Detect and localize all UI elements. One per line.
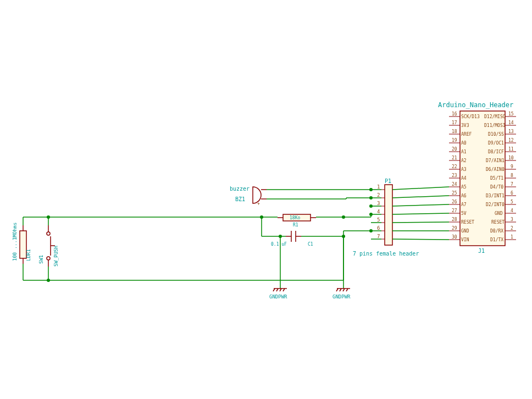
svg-text:6: 6 xyxy=(377,225,380,231)
arduino-ref: J1 xyxy=(478,248,485,254)
svg-text:D2/INT0: D2/INT0 xyxy=(486,202,505,207)
switch-ref: SW1 xyxy=(38,255,44,264)
svg-point-65 xyxy=(369,213,373,216)
svg-text:RESET: RESET xyxy=(461,220,474,225)
svg-text:18: 18 xyxy=(452,129,457,134)
switch-component: SW1 SW_PUSH xyxy=(38,225,59,267)
resistor-component: 18Ko R1 xyxy=(278,214,316,228)
svg-point-4 xyxy=(47,257,50,260)
svg-text:7: 7 xyxy=(377,234,380,239)
arduino-title: Arduino_Nano_Header xyxy=(438,101,513,109)
svg-text:D9/OC1: D9/OC1 xyxy=(488,141,504,146)
resistor-ref: R1 xyxy=(293,223,298,228)
svg-text:D1/TX: D1/TX xyxy=(490,237,503,242)
svg-text:D10/SS: D10/SS xyxy=(488,132,504,137)
svg-text:D3/INT1: D3/INT1 xyxy=(486,193,505,198)
svg-text:5: 5 xyxy=(511,199,513,204)
svg-text:VIN: VIN xyxy=(461,237,469,242)
svg-rect-41 xyxy=(385,185,392,245)
svg-text:11: 11 xyxy=(508,147,514,152)
svg-text:23: 23 xyxy=(452,173,457,178)
svg-line-179 xyxy=(392,204,449,206)
svg-text:A3: A3 xyxy=(461,167,467,172)
svg-text:22: 22 xyxy=(452,164,457,169)
svg-text:7: 7 xyxy=(511,182,513,187)
svg-text:5V: 5V xyxy=(461,211,467,216)
svg-text:17: 17 xyxy=(452,120,457,125)
schematic-diagram: 100 ...1MOhms LDR1 SW1 SW_PUSH buzzer BZ… xyxy=(0,0,532,399)
svg-text:1: 1 xyxy=(377,184,380,190)
resistor-value: 18Ko xyxy=(290,215,300,220)
svg-point-77 xyxy=(279,235,282,238)
svg-text:A1: A1 xyxy=(461,149,467,154)
svg-text:RESET: RESET xyxy=(491,220,505,225)
svg-text:2: 2 xyxy=(511,226,513,231)
svg-text:A0: A0 xyxy=(461,141,467,146)
ldr-component: 100 ...1MOhms LDR1 xyxy=(12,223,31,264)
svg-text:3: 3 xyxy=(377,201,380,206)
buzzer-component: buzzer BZ1 + xyxy=(230,186,267,206)
switch-value: SW_PUSH xyxy=(53,246,59,267)
svg-text:16: 16 xyxy=(452,112,457,117)
svg-text:8: 8 xyxy=(511,173,513,178)
svg-text:24: 24 xyxy=(452,182,457,187)
svg-text:30: 30 xyxy=(452,235,457,240)
svg-point-69 xyxy=(369,229,373,232)
svg-text:1: 1 xyxy=(511,235,513,240)
svg-line-181 xyxy=(392,222,449,223)
gnd2-label: GNDPWR xyxy=(332,294,351,300)
svg-text:5: 5 xyxy=(377,217,380,223)
svg-text:D5/T1: D5/T1 xyxy=(490,176,503,181)
gnd-2: GNDPWR xyxy=(332,236,351,300)
svg-text:D0/RX: D0/RX xyxy=(490,229,503,234)
svg-text:D6/AIN0: D6/AIN0 xyxy=(486,167,505,172)
svg-text:29: 29 xyxy=(452,226,457,231)
connector-ref: P1 xyxy=(385,178,391,184)
svg-text:D12/MISO: D12/MISO xyxy=(484,114,506,119)
svg-text:3: 3 xyxy=(511,217,513,222)
svg-text:D8/ICF: D8/ICF xyxy=(488,149,504,154)
buzzer-label: buzzer xyxy=(230,186,250,192)
svg-text:15: 15 xyxy=(508,112,514,117)
svg-text:3V3: 3V3 xyxy=(461,123,469,128)
svg-text:GND: GND xyxy=(461,229,469,234)
svg-text:26: 26 xyxy=(452,199,457,204)
svg-point-57 xyxy=(369,188,373,191)
svg-point-59 xyxy=(369,196,373,199)
svg-line-178 xyxy=(392,196,449,198)
gnd1-label: GNDPWR xyxy=(269,294,287,300)
svg-line-183 xyxy=(392,239,449,240)
svg-text:A6: A6 xyxy=(461,193,467,198)
svg-text:A4: A4 xyxy=(461,176,467,181)
svg-text:9: 9 xyxy=(511,164,513,169)
svg-line-180 xyxy=(392,213,449,214)
connector-label: 7 pins female header xyxy=(353,251,419,257)
svg-text:+: + xyxy=(257,201,260,206)
capacitor-ref: C1 xyxy=(308,242,313,247)
svg-text:SCK/D13: SCK/D13 xyxy=(461,114,480,119)
capacitor-value: 0.1 uF xyxy=(271,242,287,247)
svg-text:A2: A2 xyxy=(461,158,467,163)
capacitor-component: 0.1 uF C1 xyxy=(271,231,313,247)
svg-text:20: 20 xyxy=(452,147,457,152)
svg-point-61 xyxy=(369,204,373,208)
svg-text:10: 10 xyxy=(508,156,514,160)
ldr-ref: LDR1 xyxy=(26,249,31,261)
svg-text:GND: GND xyxy=(495,211,503,216)
svg-text:12: 12 xyxy=(508,138,514,143)
svg-text:D11/MOSI: D11/MOSI xyxy=(484,123,506,128)
svg-text:14: 14 xyxy=(508,120,514,125)
svg-text:A5: A5 xyxy=(461,185,467,190)
svg-text:2: 2 xyxy=(377,192,380,198)
svg-text:21: 21 xyxy=(452,156,457,160)
svg-text:13: 13 xyxy=(508,129,514,134)
buzzer-ref: BZ1 xyxy=(235,196,245,202)
svg-text:D4/T0: D4/T0 xyxy=(490,185,503,190)
svg-point-3 xyxy=(47,232,50,235)
svg-text:19: 19 xyxy=(452,138,457,143)
svg-text:27: 27 xyxy=(452,208,457,213)
svg-text:AREF: AREF xyxy=(461,132,472,137)
svg-text:25: 25 xyxy=(452,191,457,196)
svg-text:4: 4 xyxy=(377,209,380,214)
svg-line-177 xyxy=(392,187,449,190)
